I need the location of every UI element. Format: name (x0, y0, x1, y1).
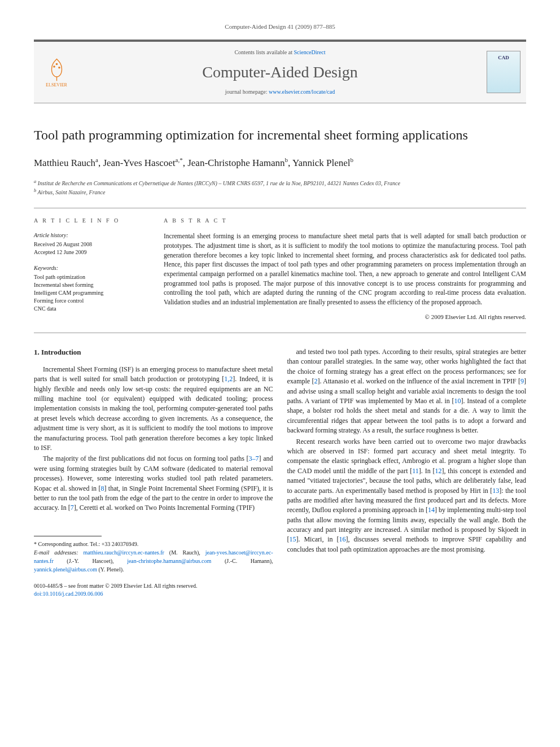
corresponding-author: * Corresponding author. Tel.: +33 240376… (34, 540, 273, 548)
received-date: Received 26 August 2008 (34, 241, 147, 248)
contents-available-line: Contents lists available at ScienceDirec… (82, 49, 478, 56)
issn-line: 0010-4485/$ – see front matter © 2009 El… (34, 582, 273, 590)
svg-point-0 (53, 65, 55, 68)
article-info-column: A R T I C L E I N F O Article history: R… (34, 217, 147, 321)
journal-homepage-line: journal homepage: www.elsevier.com/locat… (82, 88, 478, 96)
divider (34, 208, 526, 208)
divider (34, 333, 526, 333)
svg-point-1 (58, 67, 60, 69)
body-column-left: 1. Introduction Incremental Sheet Formin… (34, 347, 273, 598)
keywords-label: Keywords: (34, 264, 147, 272)
affil-marker: b (285, 156, 288, 163)
email-addresses: E-mail addresses: matthieu.rauch@irccyn.… (34, 548, 273, 574)
keyword: Intelligent CAM programming (34, 289, 147, 297)
doi-block: 0010-4485/$ – see front matter © 2009 El… (34, 582, 273, 598)
affil-marker: b (351, 156, 354, 163)
journal-homepage-link[interactable]: www.elsevier.com/locate/cad (269, 89, 335, 95)
keyword: Tool path optimization (34, 273, 147, 281)
publisher-name: ELSEVIER (46, 82, 67, 88)
journal-name: Computer-Aided Design (82, 61, 478, 83)
article-history-label: Article history: (34, 231, 147, 239)
journal-header-center: Contents lists available at ScienceDirec… (82, 49, 478, 95)
affiliation-a: Institut de Recherche en Communications … (38, 180, 400, 186)
header-citation: Computer-Aided Design 41 (2009) 877–885 (34, 23, 526, 31)
author-name: Jean-Yves Hascoet (103, 158, 175, 168)
body-paragraph: and tested two tool path types. Accordin… (287, 347, 527, 436)
body-paragraph: Recent research works have been carried … (287, 437, 527, 555)
affil-marker: a,* (176, 156, 183, 163)
sciencedirect-link[interactable]: ScienceDirect (294, 49, 325, 55)
body-columns: 1. Introduction Incremental Sheet Formin… (34, 347, 526, 598)
body-column-right: and tested two tool path types. Accordin… (287, 347, 527, 598)
affiliations: a Institut de Recherche en Communication… (34, 178, 526, 197)
keyword: Incremental sheet forming (34, 281, 147, 289)
body-paragraph: Incremental Sheet Forming (ISF) is an em… (34, 365, 273, 453)
affil-marker: a (95, 156, 98, 163)
keyword: Forming force control (34, 297, 147, 305)
accepted-date: Accepted 12 June 2009 (34, 248, 147, 256)
email-link[interactable]: jean-christophe.hamann@airbus.com (127, 558, 211, 564)
email-link[interactable]: matthieu.rauch@irccyn.ec-nantes.fr (84, 549, 164, 556)
abstract-text: Incremental sheet forming is an emerging… (164, 231, 526, 307)
info-abstract-row: A R T I C L E I N F O Article history: R… (34, 217, 526, 321)
authors-list: Matthieu Raucha, Jean-Yves Hascoeta,*, J… (34, 156, 526, 169)
keywords-block: Keywords: Tool path optimization Increme… (34, 264, 147, 313)
affiliation-b: Airbus, Saint Nazaire, France (38, 189, 106, 195)
author-name: Yannick Plenel (292, 158, 351, 168)
doi-link[interactable]: doi:10.1016/j.cad.2009.06.006 (34, 590, 273, 598)
keyword: CNC data (34, 305, 147, 313)
footer-block: * Corresponding author. Tel.: +33 240376… (34, 530, 273, 598)
abstract-copyright: © 2009 Elsevier Ltd. All rights reserved… (164, 313, 526, 321)
article-history-block: Article history: Received 26 August 2008… (34, 231, 147, 256)
article-info-label: A R T I C L E I N F O (34, 217, 147, 225)
author-name: Jean-Christophe Hamann (187, 158, 285, 168)
section-heading: 1. Introduction (34, 347, 273, 358)
journal-cover-thumbnail: CAD (487, 51, 520, 93)
svg-point-2 (55, 63, 58, 65)
elsevier-tree-icon (44, 56, 69, 82)
body-paragraph: The majority of the first publications d… (34, 454, 273, 513)
abstract-label: A B S T R A C T (164, 217, 526, 225)
footer-divider (34, 536, 102, 536)
elsevier-logo: ELSEVIER (40, 53, 73, 92)
email-link[interactable]: yannick.plenel@airbus.com (34, 566, 97, 573)
journal-header: ELSEVIER Contents lists available at Sci… (34, 40, 526, 103)
abstract-column: A B S T R A C T Incremental sheet formin… (164, 217, 526, 321)
author-name: Matthieu Rauch (34, 158, 95, 168)
article-title: Tool path programming optimization for i… (34, 126, 526, 145)
